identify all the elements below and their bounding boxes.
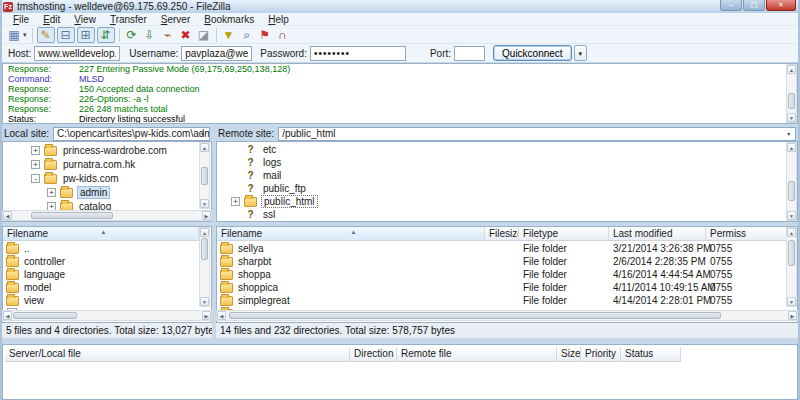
filename[interactable]: sharpbt bbox=[237, 256, 271, 267]
scrollbar-thumb[interactable] bbox=[201, 238, 208, 260]
tree-item-label[interactable]: purnatra.com.hk bbox=[61, 159, 137, 170]
queue-column-status[interactable]: Status bbox=[621, 347, 681, 362]
scroll-down-icon[interactable]: ▼ bbox=[200, 297, 209, 306]
tree-item-label[interactable]: mail bbox=[261, 170, 283, 181]
scroll-down-icon[interactable]: ▼ bbox=[787, 211, 796, 220]
file-row[interactable]: .. bbox=[3, 242, 198, 255]
scroll-up-icon[interactable]: ▲ bbox=[200, 228, 209, 237]
clear-queue-icon[interactable]: ◪ bbox=[195, 27, 213, 43]
combo-dropdown-icon[interactable]: ▾ bbox=[197, 129, 208, 139]
site-manager-icon[interactable]: ▦ bbox=[5, 27, 23, 43]
scroll-up-icon[interactable]: ▲ bbox=[787, 143, 796, 152]
tree-item-selected[interactable]: + public_html bbox=[231, 195, 318, 208]
host-input[interactable] bbox=[34, 46, 120, 61]
compare-icon[interactable]: ⌕ bbox=[238, 27, 256, 43]
quickconnect-button[interactable]: Quickconnect bbox=[493, 45, 572, 61]
log-scrollbar[interactable]: ▲ ▼ bbox=[786, 64, 797, 123]
menu-file[interactable]: File bbox=[6, 14, 36, 25]
collapse-icon[interactable]: - bbox=[31, 174, 40, 183]
filename[interactable]: .. bbox=[23, 243, 30, 254]
scrollbar-thumb[interactable] bbox=[13, 312, 77, 319]
cancel-icon[interactable]: ✖ bbox=[177, 27, 195, 43]
local-tree-vscrollbar[interactable]: ▲ ▼ bbox=[199, 142, 210, 209]
queue-column-local-file[interactable]: Server/Local file bbox=[5, 347, 350, 362]
file-row[interactable]: shoppica File folder 4/11/2014 10:49:15 … bbox=[217, 281, 785, 294]
expand-icon[interactable]: + bbox=[47, 188, 56, 197]
local-list-vscrollbar[interactable]: ▲ ▼ bbox=[199, 227, 210, 307]
scroll-up-icon[interactable]: ▲ bbox=[787, 65, 796, 74]
filename[interactable]: shoppa bbox=[237, 269, 271, 280]
scroll-left-icon[interactable]: ◀ bbox=[3, 211, 12, 220]
scroll-down-icon[interactable]: ▼ bbox=[787, 297, 796, 306]
menu-view[interactable]: View bbox=[67, 14, 103, 25]
queue-column-size[interactable]: Size bbox=[557, 347, 581, 362]
column-header-filename[interactable]: Filename ▲ bbox=[3, 227, 199, 241]
scrollbar-thumb[interactable] bbox=[31, 212, 113, 219]
column-header-filetype[interactable]: Filetype bbox=[519, 227, 609, 241]
file-row[interactable]: model bbox=[3, 281, 198, 294]
remote-list-vscrollbar[interactable]: ▲ ▼ bbox=[786, 227, 797, 307]
filename[interactable]: sellya bbox=[237, 243, 264, 254]
scrollbar-thumb[interactable] bbox=[201, 167, 208, 185]
tree-item[interactable]: + princess-wardrobe.com bbox=[31, 144, 169, 157]
tree-item-label[interactable]: ssl bbox=[261, 209, 277, 220]
port-input[interactable] bbox=[454, 46, 485, 61]
filename[interactable]: controller bbox=[23, 256, 65, 267]
scroll-left-icon[interactable]: ◀ bbox=[217, 311, 226, 320]
panel-divider[interactable] bbox=[212, 126, 216, 340]
tree-item-label[interactable]: admin bbox=[77, 186, 110, 199]
queue-column-priority[interactable]: Priority bbox=[581, 347, 621, 362]
file-row[interactable]: view bbox=[3, 294, 198, 307]
filename[interactable]: view bbox=[23, 295, 44, 306]
column-header-filesize[interactable]: Filesize bbox=[485, 227, 519, 241]
tree-item[interactable]: ? logs bbox=[244, 156, 283, 169]
local-list-hscrollbar[interactable]: ◀ ▶ bbox=[2, 310, 212, 321]
tree-item[interactable]: ? mail bbox=[244, 169, 283, 182]
scroll-left-icon[interactable]: ◀ bbox=[3, 311, 12, 320]
filter-icon[interactable]: ▼ bbox=[220, 27, 238, 43]
column-header-modified[interactable]: Last modified bbox=[609, 227, 706, 241]
scroll-right-icon[interactable]: ▶ bbox=[788, 311, 797, 320]
tree-item[interactable]: - pw-kids.com bbox=[31, 172, 121, 185]
scroll-right-icon[interactable]: ▶ bbox=[202, 211, 211, 220]
tree-item-label[interactable]: public_html bbox=[261, 195, 318, 208]
filename[interactable]: shoppica bbox=[237, 282, 278, 293]
local-tree-hscrollbar[interactable]: ◀ ▶ bbox=[2, 210, 212, 221]
column-header-permissions[interactable]: Permiss bbox=[706, 227, 787, 241]
file-row[interactable]: shoppa File folder 4/16/2014 4:44:54 AM … bbox=[217, 268, 785, 281]
tree-item[interactable]: + purnatra.com.hk bbox=[31, 158, 137, 171]
expand-icon[interactable]: + bbox=[231, 197, 240, 206]
remote-site-combo[interactable]: /public_html ▾ bbox=[278, 127, 796, 141]
tree-item[interactable]: ? public_ftp bbox=[244, 182, 308, 195]
scroll-right-icon[interactable]: ▶ bbox=[202, 311, 211, 320]
scroll-down-icon[interactable]: ▼ bbox=[200, 199, 209, 208]
menu-transfer[interactable]: Transfer bbox=[103, 14, 154, 25]
process-queue-icon[interactable]: ⇩ bbox=[141, 27, 159, 43]
tree-item-selected[interactable]: + admin bbox=[47, 186, 110, 199]
menu-server[interactable]: Server bbox=[154, 14, 197, 25]
scroll-up-icon[interactable]: ▲ bbox=[787, 228, 796, 237]
toggle-remote-tree-icon[interactable]: ⊞ bbox=[77, 27, 95, 43]
toggle-queue-icon[interactable]: ⇵ bbox=[97, 27, 115, 43]
expand-icon[interactable]: + bbox=[31, 160, 40, 169]
find-icon[interactable]: ∩ bbox=[274, 27, 292, 43]
tree-item-label[interactable]: princess-wardrobe.com bbox=[61, 145, 169, 156]
file-row[interactable]: sharpbt File folder 2/6/2014 2:28:35 PM … bbox=[217, 255, 785, 268]
menu-edit[interactable]: Edit bbox=[36, 14, 67, 25]
column-header-filename[interactable]: Filename ▲ bbox=[217, 227, 485, 241]
disconnect-icon[interactable]: ⌁ bbox=[159, 27, 177, 43]
tree-item-label[interactable]: etc bbox=[261, 144, 278, 155]
filename[interactable]: simplegreat bbox=[237, 295, 290, 306]
tree-item-label[interactable]: logs bbox=[261, 157, 283, 168]
filename[interactable]: model bbox=[23, 282, 51, 293]
remote-list-hscrollbar[interactable]: ◀ ▶ bbox=[216, 310, 798, 321]
scrollbar-thumb[interactable] bbox=[788, 181, 795, 201]
scroll-up-icon[interactable]: ▲ bbox=[200, 143, 209, 152]
combo-dropdown-icon[interactable]: ▾ bbox=[783, 129, 794, 139]
scroll-down-icon[interactable]: ▼ bbox=[787, 113, 796, 122]
file-row[interactable]: language bbox=[3, 268, 198, 281]
tree-item-label[interactable]: public_ftp bbox=[261, 183, 308, 194]
close-button[interactable]: ✕ bbox=[766, 0, 796, 11]
username-input[interactable] bbox=[181, 46, 252, 61]
tree-item[interactable]: ? etc bbox=[244, 143, 278, 156]
